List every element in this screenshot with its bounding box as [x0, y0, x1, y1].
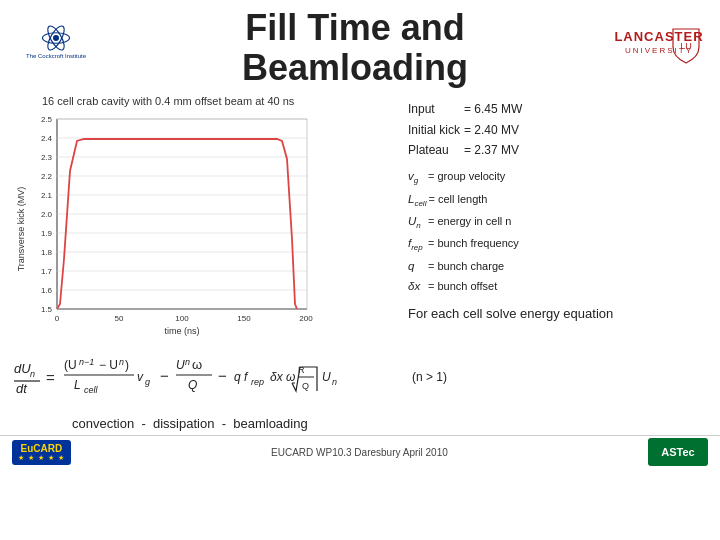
svg-text:2.4: 2.4	[41, 134, 53, 143]
legend-frep-desc: = bunch frequency	[428, 234, 519, 253]
legend-vg: vg = group velocity	[408, 166, 708, 188]
svg-text:−: −	[218, 367, 227, 384]
legend-vg-sym: vg	[408, 166, 426, 188]
svg-text:cell: cell	[84, 385, 99, 395]
svg-text:(n > 1): (n > 1)	[412, 370, 447, 384]
legend-dx: δx = bunch offset	[408, 276, 708, 296]
page-title: Fill Time and Beamloading	[96, 8, 614, 87]
svg-text:U: U	[176, 358, 185, 372]
lancaster-icon: LANCASTER UNIVERSITY LU	[614, 21, 704, 71]
svg-text:dU: dU	[14, 361, 31, 376]
svg-text:50: 50	[115, 314, 124, 323]
svg-text:dt: dt	[16, 381, 28, 396]
legend-q-desc: = bunch charge	[428, 257, 504, 276]
legend-vg-desc: = group velocity	[428, 167, 505, 186]
svg-text:ω: ω	[192, 357, 202, 372]
svg-text:time (ns): time (ns)	[164, 326, 199, 336]
svg-text:2.3: 2.3	[41, 153, 53, 162]
svg-text:− U: − U	[99, 358, 118, 372]
cockcroft-logo: The Cockcroft Institute	[16, 23, 96, 73]
svg-text:Transverse kick (MV): Transverse kick (MV)	[16, 187, 26, 272]
legend-lcell: Lcell = cell length	[408, 189, 708, 211]
legend-frep: frep = bunch frequency	[408, 233, 708, 255]
svg-text:1.7: 1.7	[41, 267, 53, 276]
legend-q: q = bunch charge	[408, 256, 708, 276]
svg-text:q f: q f	[234, 370, 249, 384]
plateau-label: Plateau	[408, 140, 464, 160]
cockcroft-text: The Cockcroft Institute	[26, 53, 86, 60]
legend-lcell-sym: Lcell	[408, 189, 426, 211]
eucard-logo: EuCARD ★ ★ ★ ★ ★	[12, 440, 71, 465]
svg-text:2.2: 2.2	[41, 172, 53, 181]
svg-text:2.5: 2.5	[41, 115, 53, 124]
svg-text:n: n	[119, 357, 124, 367]
initial-kick-value: = 2.40 MV	[464, 120, 526, 140]
footer: EuCARD ★ ★ ★ ★ ★ EUCARD WP10.3 Daresbury…	[0, 435, 720, 468]
svg-text:v: v	[137, 370, 144, 384]
chart-title: 16 cell crab cavity with 0.4 mm offset b…	[12, 95, 400, 107]
svg-text:1.8: 1.8	[41, 248, 53, 257]
eucard-label: EuCARD	[21, 443, 63, 454]
legend-dx-sym: δx	[408, 276, 426, 296]
equation-svg: dU n dt = (U n−1 − U n ) L cell v g − U …	[12, 347, 692, 412]
convection-label: convection - dissipation - beamloading	[72, 416, 308, 431]
lancaster-logo: LANCASTER UNIVERSITY LU	[614, 21, 704, 75]
right-panel: Input = 6.45 MW Initial kick = 2.40 MV P…	[408, 95, 708, 339]
svg-text:1.5: 1.5	[41, 305, 53, 314]
input-value: = 6.45 MW	[464, 99, 526, 119]
footer-credit: EUCARD WP10.3 Daresbury April 2010	[271, 447, 448, 458]
equation-area: dU n dt = (U n−1 − U n ) L cell v g − U …	[0, 343, 720, 414]
svg-text:100: 100	[175, 314, 189, 323]
svg-text:δx ω: δx ω	[270, 370, 295, 384]
svg-text:−: −	[160, 367, 169, 384]
svg-text:200: 200	[299, 314, 313, 323]
chart-svg: Transverse kick (MV) 1.5 1.6 1.7 1.8 1.9…	[12, 109, 322, 339]
svg-text:1.6: 1.6	[41, 286, 53, 295]
initial-kick-label: Initial kick	[408, 120, 464, 140]
svg-text:Q: Q	[302, 381, 309, 391]
header: The Cockcroft Institute Fill Time and Be…	[0, 0, 720, 91]
svg-text:2.1: 2.1	[41, 191, 53, 200]
legend-block: vg = group velocity Lcell = cell length …	[408, 166, 708, 296]
svg-text:L: L	[74, 378, 81, 392]
svg-text:(U: (U	[64, 358, 77, 372]
title-block: Fill Time and Beamloading	[96, 8, 614, 87]
bottom-row: convection - dissipation - beamloading	[0, 414, 720, 433]
eucard-stars: ★ ★ ★ ★ ★	[18, 454, 65, 462]
main-content: 16 cell crab cavity with 0.4 mm offset b…	[0, 91, 720, 343]
legend-lcell-desc: = cell length	[428, 190, 487, 209]
svg-text:Q: Q	[188, 378, 197, 392]
svg-text:=: =	[46, 369, 55, 386]
legend-un: Un = energy in cell n	[408, 211, 708, 233]
svg-text:n−1: n−1	[79, 357, 94, 367]
svg-point-0	[53, 35, 59, 41]
plateau-value: = 2.37 MV	[464, 140, 526, 160]
chart-area: Transverse kick (MV) 1.5 1.6 1.7 1.8 1.9…	[12, 109, 322, 339]
svg-text:U: U	[322, 370, 331, 384]
svg-text:n: n	[185, 357, 190, 367]
svg-text:g: g	[145, 377, 150, 387]
info-block: Input = 6.45 MW Initial kick = 2.40 MV P…	[408, 99, 708, 160]
svg-text:): )	[125, 358, 129, 372]
svg-text:150: 150	[237, 314, 251, 323]
input-label: Input	[408, 99, 464, 119]
legend-q-sym: q	[408, 256, 426, 276]
svg-text:LU: LU	[680, 41, 692, 51]
cockcroft-icon	[41, 23, 71, 53]
svg-text:0: 0	[55, 314, 60, 323]
svg-text:1.9: 1.9	[41, 229, 53, 238]
svg-text:n: n	[30, 369, 35, 379]
solve-text: For each cell solve energy equation	[408, 306, 613, 321]
svg-text:n: n	[332, 377, 337, 387]
svg-text:2.0: 2.0	[41, 210, 53, 219]
legend-un-desc: = energy in cell n	[428, 212, 511, 231]
solve-block: For each cell solve energy equation	[408, 302, 708, 322]
svg-text:rep: rep	[251, 377, 264, 387]
legend-un-sym: Un	[408, 211, 426, 233]
legend-dx-desc: = bunch offset	[428, 277, 497, 296]
astec-logo: ASTec	[648, 438, 708, 466]
chart-container: 16 cell crab cavity with 0.4 mm offset b…	[12, 95, 400, 339]
legend-frep-sym: frep	[408, 233, 426, 255]
